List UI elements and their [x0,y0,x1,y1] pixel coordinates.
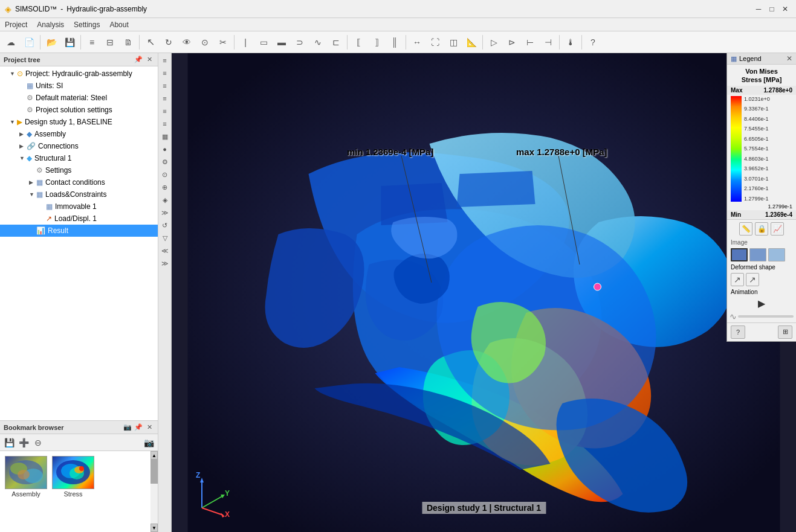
tree-item-solution[interactable]: ⚙ Project solution settings [0,104,158,116]
toolbar-cut[interactable]: ✂ [215,34,231,51]
vert-btn-13[interactable]: ≫ [159,207,171,219]
bookmark-item-stress[interactable]: Stress [52,456,94,527]
tree-item-material[interactable]: ⚙ Default material: Steel [0,92,158,104]
deform-btn-1[interactable]: ↗ [731,273,744,286]
vert-btn-12[interactable]: ◈ [159,194,171,206]
menu-project[interactable]: Project [0,18,32,31]
toolbar-rotate[interactable]: ↻ [160,34,177,51]
vert-btn-8[interactable]: ● [159,143,171,155]
vert-btn-16[interactable]: ≪ [159,245,171,257]
tree-item-result[interactable]: 📊 Result [0,225,158,237]
bm-save-btn[interactable]: 💾 [2,436,16,449]
toolbar-doc[interactable]: 🗎 [120,34,137,51]
vert-btn-5[interactable]: ≡ [159,105,171,117]
toolbar-open[interactable]: 📂 [43,34,60,51]
toolbar-cloud[interactable]: ☁ [2,34,19,51]
toolbar-run3[interactable]: ⊢ [522,34,539,51]
toolbar-help[interactable]: ? [584,34,601,51]
toolbar-save[interactable]: 💾 [61,34,78,51]
vert-btn-2[interactable]: ≡ [159,67,171,79]
legend-chart-btn[interactable]: 📈 [771,222,784,236]
toolbar-run1[interactable]: ▷ [485,34,502,51]
vert-btn-1[interactable]: ≡ [159,54,171,66]
play-button[interactable]: ▶ [758,298,765,309]
toolbar-mesh1[interactable]: ⟦ [350,34,367,51]
vert-btn-9[interactable]: ⚙ [159,156,171,168]
bookmark-close-button[interactable]: ✕ [144,423,154,432]
tree-item-units[interactable]: ▦ Units: SI [0,80,158,92]
vert-btn-6[interactable]: ≡ [159,118,171,130]
vert-btn-15[interactable]: ▽ [159,232,171,244]
vert-btn-14[interactable]: ↺ [159,219,171,231]
toolbar-select[interactable]: ↖ [142,34,159,51]
toolbar-m1[interactable]: ↔ [409,34,426,51]
legend-img-btn-3[interactable] [768,248,785,261]
vert-btn-7[interactable]: ▦ [159,130,171,143]
toolbar-eye[interactable]: 👁 [178,34,195,51]
vert-btn-10[interactable]: ⊙ [159,168,171,181]
tree-item-assembly[interactable]: ▶ ◆ Assembly [0,128,158,140]
tree-item-connections[interactable]: ▶ 🔗 Connections [0,140,158,152]
panel-pin-button[interactable]: 📌 [134,55,143,65]
viewport[interactable]: min 1.2369e-4 [MPa] max 1.2788e+0 [MPa] … [172,53,796,532]
scroll-down-btn[interactable]: ▼ [150,524,158,532]
close-button[interactable]: ✕ [779,3,791,15]
toolbar-v2[interactable]: ▭ [255,34,272,51]
wave-slider[interactable] [738,315,794,318]
vert-btn-11[interactable]: ⊕ [159,181,171,193]
toolbar-m3[interactable]: ◫ [445,34,462,51]
bookmark-item-assembly[interactable]: Assembly [5,456,47,527]
legend-lock-btn[interactable]: 🔒 [755,222,768,236]
menu-analysis[interactable]: Analysis [32,18,69,31]
toolbar-grid[interactable]: ⊟ [102,34,118,51]
toolbar-m2[interactable]: ⛶ [427,34,444,51]
toggle-assembly: ▶ [19,131,27,137]
legend-close-btn[interactable]: ✕ [786,54,792,63]
tree-item-project[interactable]: ▼ ⊙ Project: Hydraulic-grab-assembly [0,68,158,80]
scroll-up-btn[interactable]: ▲ [150,451,158,460]
toolbar-v3[interactable]: ▬ [273,34,290,51]
menu-settings[interactable]: Settings [69,18,105,31]
legend-help-btn[interactable]: ? [731,325,745,339]
legend-ruler-btn[interactable]: 📏 [739,222,752,236]
toolbar-v5[interactable]: ∿ [309,34,326,51]
toolbar-eye2[interactable]: ⊙ [196,34,213,51]
deform-btn-2[interactable]: ↗ [746,273,759,286]
toolbar-run2[interactable]: ⊳ [503,34,520,51]
bm-delete-btn[interactable]: ⊖ [31,436,45,449]
tree-item-load-displ[interactable]: ↗ Load/Displ. 1 [0,213,158,225]
svg-text:Z: Z [196,472,200,479]
tree-item-structural1[interactable]: ▼ ◆ Structural 1 [0,152,158,164]
minimize-button[interactable]: ─ [752,3,765,15]
scroll-thumb[interactable] [150,460,158,484]
toolbar-list[interactable]: ≡ [83,34,100,51]
bookmark-pin-button[interactable]: 📌 [134,423,143,432]
toolbar-mesh2[interactable]: ⟧ [368,34,385,51]
menu-about[interactable]: About [105,18,133,31]
panel-close-button[interactable]: ✕ [144,55,154,65]
tree-item-contact-cond[interactable]: ▶ ▦ Contact conditions [0,176,158,188]
svg-point-8 [79,466,84,471]
tree-item-loads[interactable]: ▼ ▦ Loads&Constraints [0,188,158,200]
maximize-button[interactable]: □ [766,3,778,15]
bookmark-add-button[interactable]: 📷 [123,423,132,432]
toolbar-temp[interactable]: 🌡 [562,34,579,51]
vert-btn-4[interactable]: ≡ [159,92,171,104]
tree-item-settings[interactable]: ⚙ Settings [0,164,158,176]
toolbar-v6[interactable]: ⊏ [328,34,345,51]
bm-new-btn[interactable]: ➕ [17,436,30,449]
toolbar-new[interactable]: 📄 [21,34,37,51]
toolbar-v4[interactable]: ⊃ [291,34,308,51]
vert-btn-17[interactable]: ≫ [159,257,171,269]
bm-camera-btn[interactable]: 📷 [142,436,155,449]
vert-btn-3[interactable]: ≡ [159,80,171,92]
legend-export-btn[interactable]: ⊞ [778,325,792,339]
toolbar-v1[interactable]: | [237,34,254,51]
tree-item-design-study[interactable]: ▼ ▶ Design study 1, BASELINE [0,116,158,128]
tree-item-immovable[interactable]: ▦ Immovable 1 [0,200,158,213]
toolbar-m4[interactable]: 📐 [463,34,480,51]
legend-img-btn-2[interactable] [749,248,766,261]
toolbar-run4[interactable]: ⊣ [540,34,557,51]
toolbar-mesh3[interactable]: ║ [386,34,403,51]
legend-img-btn-1[interactable] [731,248,748,261]
